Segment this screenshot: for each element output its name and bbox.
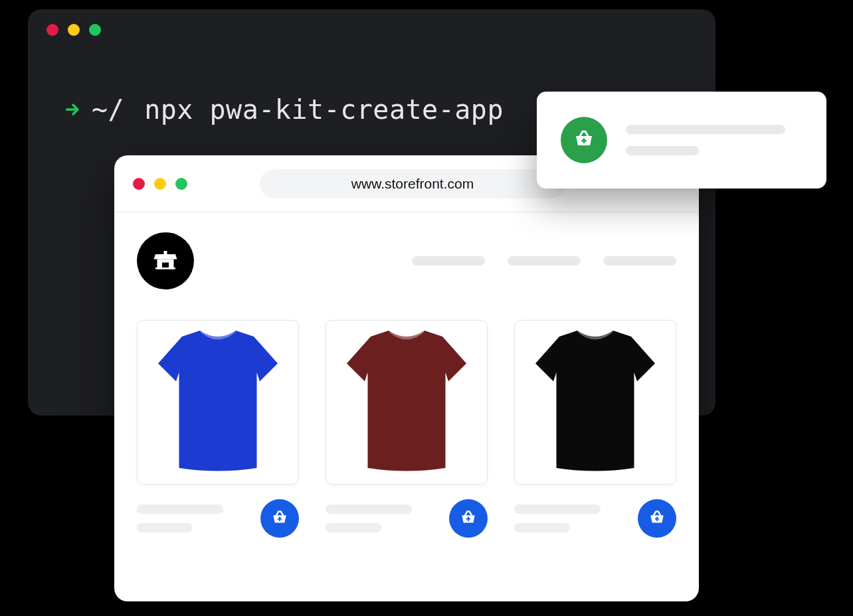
browser-window: www.storefront.com bbox=[114, 155, 699, 601]
minimize-dot-icon[interactable] bbox=[154, 178, 166, 190]
toast-notification[interactable] bbox=[537, 92, 826, 189]
nav-item-placeholder[interactable] bbox=[603, 256, 676, 266]
nav-placeholder bbox=[412, 256, 676, 266]
toast-badge bbox=[561, 117, 607, 163]
product-card[interactable] bbox=[514, 320, 676, 538]
address-bar-url: www.storefront.com bbox=[351, 176, 474, 192]
nav-item-placeholder[interactable] bbox=[412, 256, 485, 266]
terminal-command-line[interactable]: ~/ npx pwa-kit-create-app bbox=[64, 94, 504, 125]
product-grid bbox=[137, 320, 676, 538]
terminal-prompt: ~/ bbox=[92, 94, 124, 125]
browser-traffic-lights bbox=[133, 178, 187, 190]
storefront-page bbox=[114, 212, 699, 538]
add-to-cart-button[interactable] bbox=[449, 499, 488, 538]
toast-text-placeholder bbox=[626, 125, 803, 155]
minimize-dot-icon[interactable] bbox=[68, 24, 80, 36]
terminal-command: npx pwa-kit-create-app bbox=[144, 94, 504, 125]
product-text-placeholder bbox=[514, 504, 601, 532]
product-card[interactable] bbox=[137, 320, 299, 538]
basket-plus-icon bbox=[648, 510, 666, 527]
product-image bbox=[326, 320, 488, 485]
close-dot-icon[interactable] bbox=[133, 178, 145, 190]
product-image bbox=[137, 320, 299, 485]
tshirt-icon bbox=[535, 331, 655, 474]
nav-item-placeholder[interactable] bbox=[508, 256, 581, 266]
basket-plus-icon bbox=[573, 129, 595, 151]
tshirt-icon bbox=[347, 331, 466, 474]
add-to-cart-button[interactable] bbox=[260, 499, 299, 538]
add-to-cart-button[interactable] bbox=[638, 499, 676, 538]
close-dot-icon[interactable] bbox=[47, 24, 58, 36]
product-text-placeholder bbox=[137, 504, 223, 532]
storefront-icon bbox=[152, 248, 179, 274]
tshirt-icon bbox=[158, 331, 278, 474]
basket-plus-icon bbox=[460, 510, 477, 527]
store-header bbox=[137, 232, 676, 289]
product-card[interactable] bbox=[326, 320, 488, 538]
zoom-dot-icon[interactable] bbox=[175, 178, 187, 190]
product-text-placeholder bbox=[326, 504, 412, 532]
product-image bbox=[514, 320, 676, 485]
basket-plus-icon bbox=[271, 510, 288, 527]
prompt-arrow-icon bbox=[64, 100, 82, 119]
zoom-dot-icon[interactable] bbox=[89, 24, 101, 36]
terminal-traffic-lights bbox=[47, 24, 101, 36]
address-bar[interactable]: www.storefront.com bbox=[260, 169, 565, 198]
store-logo[interactable] bbox=[137, 232, 194, 289]
